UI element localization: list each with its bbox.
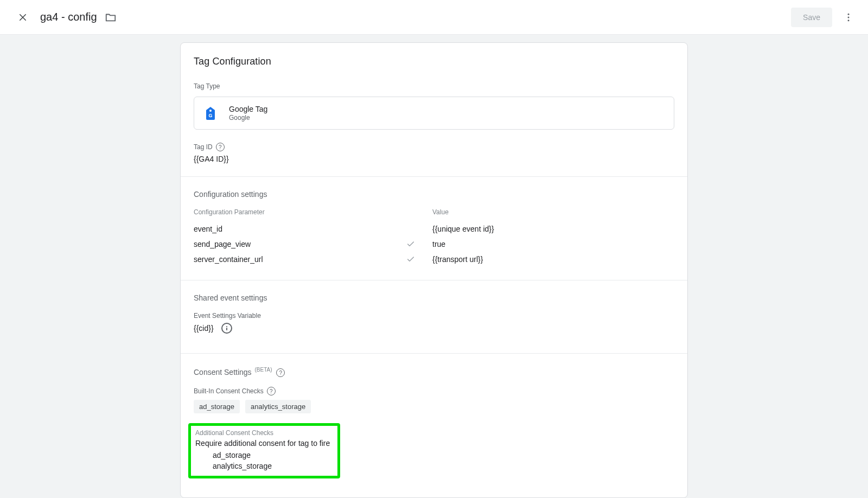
config-row: event_id{{unique event id}}: [194, 221, 674, 237]
close-button[interactable]: [13, 8, 33, 27]
help-icon[interactable]: ?: [216, 143, 225, 151]
tag-id-value: {{GA4 ID}}: [194, 155, 674, 163]
info-icon[interactable]: [221, 323, 232, 334]
builtin-consent-label: Built-In Consent Checks ?: [194, 387, 674, 395]
help-icon[interactable]: ?: [276, 368, 285, 377]
consent-chip: ad_storage: [194, 400, 240, 413]
config-value: {{unique event id}}: [432, 225, 674, 233]
event-settings-label: Event Settings Variable: [194, 312, 674, 320]
shared-settings-title: Shared event settings: [194, 293, 674, 302]
config-col-param: Configuration Parameter: [194, 208, 389, 216]
folder-icon[interactable]: [105, 11, 117, 23]
config-settings-title: Configuration settings: [194, 190, 674, 199]
config-value: true: [432, 240, 674, 248]
close-icon: [18, 12, 28, 22]
additional-consent-highlight: Additional Consent Checks Require additi…: [188, 423, 340, 478]
more-button[interactable]: [838, 7, 859, 28]
svg-point-1: [848, 16, 850, 18]
tag-configuration-card: Tag Configuration Tag Type G Google Tag …: [180, 42, 688, 498]
svg-text:G: G: [208, 113, 212, 118]
svg-point-5: [226, 326, 227, 327]
additional-consent-desc: Require additional consent for tag to fi…: [195, 439, 330, 448]
card-title: Tag Configuration: [194, 56, 674, 67]
svg-point-3: [209, 110, 212, 112]
google-tag-icon: G: [204, 107, 217, 120]
svg-point-2: [848, 20, 850, 21]
more-vert-icon: [843, 12, 854, 23]
consent-settings-title: Consent Settings (BETA) ?: [194, 367, 674, 377]
config-rows: event_id{{unique event id}}send_page_vie…: [194, 221, 674, 267]
config-row: send_page_viewtrue: [194, 237, 674, 252]
event-settings-value: {{cid}}: [194, 324, 214, 333]
config-param: send_page_view: [194, 240, 389, 248]
config-param: event_id: [194, 225, 389, 233]
config-param: server_container_url: [194, 255, 389, 264]
additional-consent-label: Additional Consent Checks: [195, 429, 330, 437]
tag-id-label: Tag ID ?: [194, 143, 674, 151]
content-area: Tag Configuration Tag Type G Google Tag …: [0, 35, 868, 498]
tag-type-label: Tag Type: [194, 82, 674, 90]
svg-point-0: [848, 13, 850, 15]
tag-type-vendor: Google: [229, 114, 267, 122]
page-title: ga4 - config: [40, 11, 97, 23]
tag-type-selector[interactable]: G Google Tag Google: [194, 97, 674, 130]
config-row: server_container_url{{transport url}}: [194, 252, 674, 267]
check-icon: [389, 255, 432, 264]
help-icon[interactable]: ?: [267, 387, 276, 395]
consent-item: ad_storage: [213, 450, 330, 461]
consent-item: analytics_storage: [213, 461, 330, 471]
builtin-consent-chips: ad_storageanalytics_storage: [194, 400, 674, 413]
tag-type-name: Google Tag: [229, 105, 267, 113]
additional-consent-list: ad_storageanalytics_storage: [195, 450, 330, 471]
svg-rect-6: [226, 328, 227, 330]
config-col-value: Value: [432, 208, 674, 216]
top-bar: ga4 - config Save: [0, 0, 868, 35]
check-icon: [389, 240, 432, 248]
consent-chip: analytics_storage: [245, 400, 311, 413]
config-value: {{transport url}}: [432, 255, 674, 264]
save-button[interactable]: Save: [791, 8, 832, 27]
